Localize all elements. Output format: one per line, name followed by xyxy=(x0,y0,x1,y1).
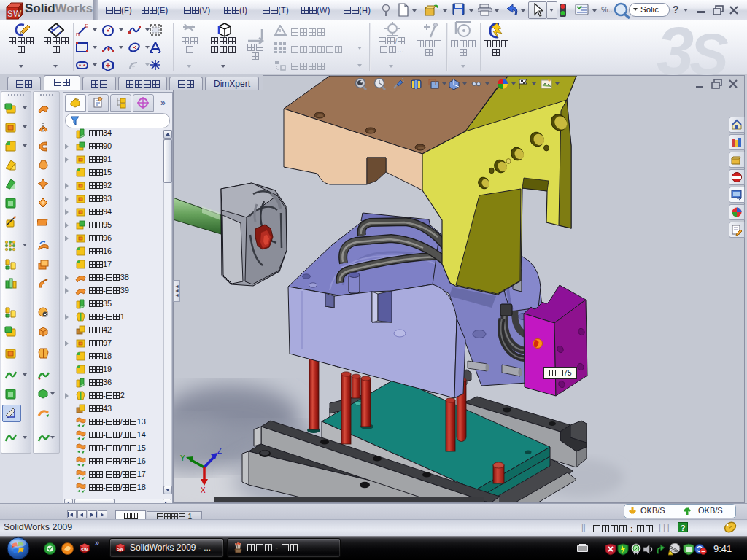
svg-text:Y: Y xyxy=(180,454,185,462)
svg-text:SW: SW xyxy=(7,9,22,19)
svg-text:Z: Z xyxy=(217,447,222,455)
svg-text:SW: SW xyxy=(81,548,88,552)
svg-text:X: X xyxy=(201,486,206,494)
svg-text:SW: SW xyxy=(117,547,123,551)
